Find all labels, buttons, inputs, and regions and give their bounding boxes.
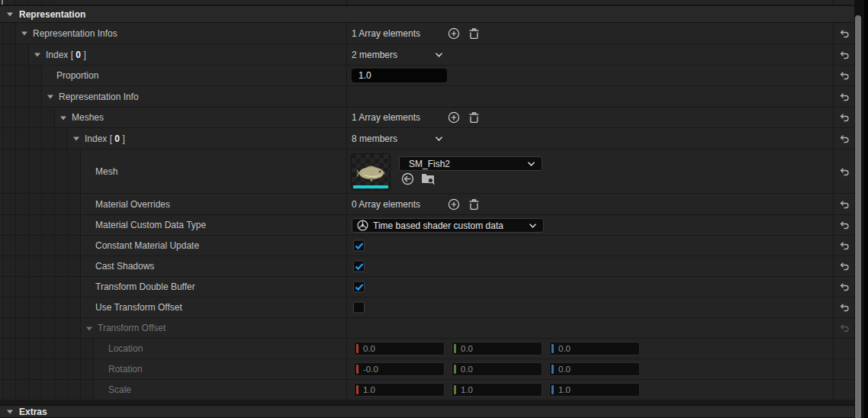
category-title: Representation bbox=[19, 9, 85, 20]
indent-guides bbox=[2, 44, 29, 65]
reset-to-default-button[interactable] bbox=[839, 220, 850, 230]
location-y-input[interactable]: 0.0 bbox=[452, 342, 542, 355]
reset-to-default-button[interactable] bbox=[839, 282, 850, 291]
focus-indicator bbox=[2, 0, 3, 5]
mesh-asset-dropdown[interactable]: SM_Fish2 bbox=[399, 156, 542, 171]
expander-icon[interactable] bbox=[85, 325, 93, 332]
scale-y-input[interactable]: 1.0 bbox=[452, 383, 542, 397]
expander-icon[interactable] bbox=[72, 135, 80, 142]
row-location: Location 0.0 0.0 0.0 bbox=[0, 339, 854, 359]
reset-to-default-button[interactable] bbox=[839, 113, 850, 122]
constant-material-update-checkbox[interactable] bbox=[353, 240, 365, 252]
y-axis-color-bar bbox=[454, 385, 456, 394]
partial-row-top bbox=[0, 0, 854, 5]
row-cast-shadows: Cast Shadows bbox=[0, 256, 854, 277]
row-representation-info: Representation Info bbox=[0, 86, 854, 108]
index-label: Index [ 0 ] bbox=[85, 133, 125, 144]
rotation-x-input[interactable]: -0.0 bbox=[354, 362, 445, 376]
property-label: Transform Double Buffer bbox=[95, 281, 195, 292]
chevron-down-icon bbox=[527, 161, 535, 166]
indent-guides bbox=[2, 277, 81, 297]
scrollbar-track[interactable] bbox=[854, 0, 868, 418]
category-title: Extras bbox=[19, 407, 47, 417]
cast-shadows-checkbox[interactable] bbox=[353, 261, 365, 272]
asset-type-color-bar bbox=[353, 185, 388, 188]
reset-to-default-button[interactable] bbox=[839, 200, 850, 209]
indent-guides bbox=[2, 236, 81, 256]
indent-guides bbox=[2, 66, 42, 85]
row-mesh: Mesh SM_Fish2 bbox=[0, 150, 854, 194]
location-x-input[interactable]: 0.0 bbox=[354, 342, 445, 355]
chevron-down-icon[interactable] bbox=[435, 136, 443, 141]
indent-guides bbox=[2, 128, 68, 149]
reset-to-default-button[interactable] bbox=[839, 71, 850, 80]
reset-to-default-button[interactable] bbox=[839, 134, 850, 143]
property-label: Constant Material Update bbox=[95, 240, 199, 251]
expander-icon[interactable] bbox=[21, 30, 28, 37]
add-element-icon[interactable] bbox=[448, 111, 460, 124]
rotation-y-input[interactable]: 0.0 bbox=[452, 362, 542, 376]
expander-icon[interactable] bbox=[34, 51, 41, 58]
transform-double-buffer-checkbox[interactable] bbox=[353, 281, 365, 293]
reset-to-default-button[interactable] bbox=[839, 29, 850, 38]
property-label: Representation Info bbox=[59, 92, 139, 102]
delete-array-icon[interactable] bbox=[468, 27, 480, 40]
selected-enum-value: Time based shader custom data bbox=[373, 220, 503, 231]
scale-z-input[interactable]: 1.0 bbox=[549, 383, 640, 397]
asset-thumbnail[interactable] bbox=[351, 153, 391, 191]
chevron-down-icon bbox=[529, 223, 537, 228]
property-label: Representation Infos bbox=[33, 28, 117, 39]
indent-guides bbox=[2, 150, 81, 193]
reset-to-default-button[interactable] bbox=[839, 262, 850, 271]
custom-data-type-dropdown[interactable]: Time based shader custom data bbox=[352, 218, 544, 233]
chevron-down-icon[interactable] bbox=[435, 52, 443, 57]
delete-array-icon[interactable] bbox=[468, 198, 480, 211]
delete-array-icon[interactable] bbox=[468, 111, 480, 124]
index-label: Index [ 0 ] bbox=[46, 50, 86, 60]
indent-guides bbox=[2, 23, 16, 43]
row-use-transform-offset: Use Transform Offset bbox=[0, 297, 854, 318]
members-count: 2 members bbox=[352, 50, 397, 60]
reset-to-default-button[interactable] bbox=[839, 167, 850, 176]
reset-to-default-button[interactable] bbox=[839, 241, 850, 250]
reset-to-default-button bbox=[839, 323, 850, 333]
property-label: Rotation bbox=[108, 364, 143, 375]
indent-guides bbox=[2, 215, 81, 235]
reset-to-default-button[interactable] bbox=[839, 303, 850, 312]
property-label: Transform Offset bbox=[98, 323, 166, 333]
property-label: Meshes bbox=[72, 112, 104, 123]
array-count: 1 Array elements bbox=[352, 28, 420, 39]
expander-icon[interactable] bbox=[6, 11, 14, 18]
scrollbar-thumb[interactable] bbox=[855, 15, 861, 418]
selected-asset-name: SM_Fish2 bbox=[409, 159, 450, 169]
reset-to-default-button[interactable] bbox=[839, 50, 850, 59]
category-extras[interactable]: Extras bbox=[0, 405, 854, 418]
scale-x-input[interactable]: 1.0 bbox=[354, 383, 445, 397]
x-axis-color-bar bbox=[356, 365, 358, 374]
property-label: Mesh bbox=[95, 166, 117, 177]
add-element-icon[interactable] bbox=[448, 27, 460, 40]
indent-guides bbox=[2, 318, 81, 338]
rotation-z-input[interactable]: 0.0 bbox=[549, 362, 640, 376]
indent-guides bbox=[2, 86, 42, 107]
row-mesh-index-0: Index [ 0 ] 8 members bbox=[0, 128, 854, 150]
row-transform-offset: Transform Offset bbox=[0, 318, 854, 339]
property-label: Cast Shadows bbox=[95, 261, 154, 272]
reset-to-default-button[interactable] bbox=[839, 92, 850, 101]
use-selected-asset-icon[interactable] bbox=[401, 172, 414, 185]
y-axis-color-bar bbox=[454, 344, 456, 353]
location-z-input[interactable]: 0.0 bbox=[549, 342, 640, 355]
row-material-custom-data-type: Material Custom Data Type Time based sha… bbox=[0, 215, 854, 236]
add-element-icon[interactable] bbox=[448, 198, 460, 211]
fish-image bbox=[355, 163, 387, 183]
expander-icon[interactable] bbox=[47, 93, 54, 100]
y-axis-color-bar bbox=[454, 365, 456, 374]
use-transform-offset-checkbox[interactable] bbox=[353, 302, 365, 314]
proportion-input[interactable] bbox=[352, 69, 447, 82]
property-label: Material Custom Data Type bbox=[95, 220, 206, 230]
category-representation[interactable]: Representation bbox=[0, 5, 854, 23]
row-representation-infos: Representation Infos 1 Array elements bbox=[0, 23, 854, 44]
browse-to-asset-icon[interactable] bbox=[421, 172, 436, 185]
expander-icon[interactable] bbox=[6, 408, 14, 415]
expander-icon[interactable] bbox=[59, 114, 67, 121]
